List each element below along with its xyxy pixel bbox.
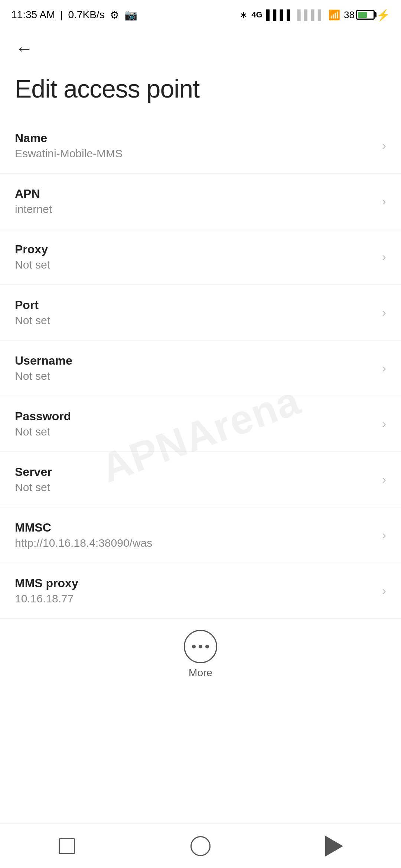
back-arrow-icon: ← [15, 38, 33, 59]
settings-item-content-4: Username Not set [15, 354, 375, 382]
settings-item-label-2: Proxy [15, 243, 375, 256]
recents-icon [59, 838, 75, 854]
dot1 [192, 645, 196, 648]
wifi-icon: 📶 [328, 9, 340, 21]
charge-icon: ⚡ [376, 9, 390, 22]
settings-item-content-3: Port Not set [15, 298, 375, 327]
more-section: More [0, 619, 401, 686]
settings-item-value-8: 10.16.18.77 [15, 592, 375, 605]
battery-percent: 38 [344, 9, 355, 21]
settings-item-value-4: Not set [15, 370, 375, 382]
settings-item-content-8: MMS proxy 10.16.18.77 [15, 576, 375, 605]
settings-item-value-3: Not set [15, 314, 375, 327]
battery-icon [356, 10, 375, 20]
settings-item-value-7: http://10.16.18.4:38090/was [15, 537, 375, 549]
settings-item-content-0: Name Eswatini-Mobile-MMS [15, 131, 375, 160]
settings-list: Name Eswatini-Mobile-MMS › APN internet … [0, 118, 401, 619]
home-icon [190, 836, 211, 856]
chevron-right-icon-1: › [382, 194, 386, 208]
settings-item-value-1: internet [15, 203, 375, 216]
settings-item-mms-proxy[interactable]: MMS proxy 10.16.18.77 › [0, 563, 401, 619]
network-4g-icon: 4G [251, 10, 262, 20]
settings-item-mmsc[interactable]: MMSC http://10.16.18.4:38090/was › [0, 507, 401, 563]
signal-bars-icon: ▌▌▌▌ [266, 9, 294, 21]
dot3 [205, 645, 209, 648]
settings-item-label-6: Server [15, 465, 375, 479]
settings-item-proxy[interactable]: Proxy Not set › [0, 229, 401, 285]
nav-back-button[interactable] [319, 831, 349, 861]
settings-item-value-5: Not set [15, 425, 375, 438]
back-button[interactable]: ← [11, 35, 37, 61]
settings-item-label-7: MMSC [15, 521, 375, 535]
settings-item-label-8: MMS proxy [15, 576, 375, 590]
settings-item-label-1: APN [15, 187, 375, 201]
settings-item-content-2: Proxy Not set [15, 243, 375, 271]
settings-item-label-0: Name [15, 131, 375, 145]
time-text: 11:35 AM [11, 9, 55, 21]
bottom-nav [0, 823, 401, 868]
more-label: More [189, 667, 212, 679]
settings-item-label-4: Username [15, 354, 375, 368]
chevron-right-icon-4: › [382, 361, 386, 375]
settings-icon: ⚙ [110, 9, 119, 21]
speed-text: 0.7KB/s [68, 9, 105, 21]
status-left: 11:35 AM | 0.7KB/s ⚙ 📷 [11, 9, 137, 21]
chevron-right-icon-7: › [382, 528, 386, 542]
chevron-right-icon-5: › [382, 417, 386, 431]
settings-item-value-2: Not set [15, 259, 375, 271]
settings-item-password[interactable]: Password Not set › [0, 396, 401, 452]
bluetooth-icon: ∗ [239, 9, 248, 21]
chevron-right-icon-3: › [382, 306, 386, 319]
status-bar: 11:35 AM | 0.7KB/s ⚙ 📷 ∗ 4G ▌▌▌▌ ▌▌▌▌ 📶 … [0, 0, 401, 30]
settings-item-content-6: Server Not set [15, 465, 375, 494]
separator: | [60, 9, 63, 21]
video-icon: 📷 [124, 9, 137, 21]
signal-bars2-icon: ▌▌▌▌ [297, 9, 325, 21]
battery-container: 38 ⚡ [344, 9, 390, 22]
chevron-right-icon-0: › [382, 139, 386, 152]
more-dots-icon [192, 645, 209, 648]
settings-item-server[interactable]: Server Not set › [0, 452, 401, 507]
settings-item-port[interactable]: Port Not set › [0, 285, 401, 341]
nav-recents-button[interactable] [52, 831, 82, 861]
settings-item-apn[interactable]: APN internet › [0, 174, 401, 229]
settings-item-label-5: Password [15, 410, 375, 423]
back-nav-icon [325, 836, 343, 857]
settings-item-content-5: Password Not set [15, 410, 375, 438]
chevron-right-icon-2: › [382, 250, 386, 264]
settings-item-name[interactable]: Name Eswatini-Mobile-MMS › [0, 118, 401, 174]
settings-item-content-7: MMSC http://10.16.18.4:38090/was [15, 521, 375, 549]
chevron-right-icon-6: › [382, 473, 386, 486]
settings-item-value-0: Eswatini-Mobile-MMS [15, 147, 375, 160]
chevron-right-icon-8: › [382, 584, 386, 598]
settings-item-username[interactable]: Username Not set › [0, 341, 401, 396]
top-nav: ← [0, 30, 401, 67]
more-button[interactable] [184, 630, 217, 663]
settings-item-label-3: Port [15, 298, 375, 312]
nav-home-button[interactable] [186, 831, 215, 861]
settings-item-value-6: Not set [15, 481, 375, 494]
settings-item-content-1: APN internet [15, 187, 375, 216]
dot2 [199, 645, 202, 648]
page-title: Edit access point [0, 67, 401, 118]
status-right: ∗ 4G ▌▌▌▌ ▌▌▌▌ 📶 38 ⚡ [239, 9, 390, 22]
battery-fill [358, 12, 367, 18]
